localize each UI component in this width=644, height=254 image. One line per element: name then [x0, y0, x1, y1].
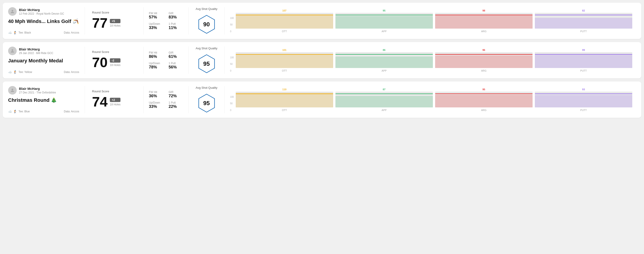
- score-badge: +5: [110, 19, 120, 23]
- round-title: 40 Mph Winds... Links Golf 🪃: [8, 18, 79, 24]
- score-badge: -2: [110, 58, 120, 63]
- chart-y-axis: 100 50 0: [230, 17, 234, 33]
- hexagon: 95: [196, 54, 217, 74]
- data-source: Data: Arccos: [64, 31, 79, 34]
- bag-icon: 🏌️: [13, 31, 17, 34]
- chart-y-axis: 100 50 0: [230, 56, 234, 72]
- avatar: [8, 86, 17, 95]
- updown-stat: Up/Down 33%: [149, 101, 163, 109]
- chart-bars: 107 OTT 95 APP 98 ARG 82: [236, 9, 632, 33]
- score-row: 74 +2 18 Holes: [92, 95, 136, 109]
- player-meta: 27 Dec 2021 · The Oxfordshire: [19, 91, 56, 94]
- weather-icon: ☁️: [8, 31, 12, 34]
- chart-column-app: 86 APP: [336, 49, 433, 72]
- fw-hit-stat: FW Hit 86%: [149, 51, 163, 59]
- card-chart: 100 50 0 101 OTT 86 APP 96: [225, 47, 636, 74]
- bar-wrapper: [236, 92, 333, 107]
- card-chart: 100 50 0 110 OTT 87 APP 95: [225, 86, 636, 113]
- bag-icon: 🏌️: [13, 70, 17, 74]
- round-title: Christmas Round 🎄: [8, 97, 79, 103]
- hexagon: 95: [196, 93, 217, 113]
- player-name: Blair McHarg: [19, 8, 64, 12]
- player-meta: 12 Feb 2022 · Royal North Devon GC: [19, 12, 64, 15]
- chart-column-app: 87 APP: [336, 88, 433, 112]
- bar-wrapper: [435, 92, 532, 107]
- oneputt-stat: 1 Putt 11%: [169, 22, 183, 30]
- svg-point-0: [12, 10, 13, 11]
- avatar: [8, 7, 17, 16]
- quality-score: 95: [203, 100, 210, 107]
- chart-column-arg: 98 ARG: [435, 9, 532, 33]
- card-stats: FW Hit 36% GIR 72% Up/Down 33% 1 Putt 22…: [144, 86, 188, 113]
- chart-column-ott: 107 OTT: [236, 9, 333, 33]
- tee-label: Tee: Black: [18, 31, 31, 34]
- oneputt-stat: 1 Putt 22%: [169, 101, 183, 109]
- score-badge: +2: [110, 98, 120, 102]
- bar-wrapper: [535, 13, 632, 29]
- score-number: 70: [92, 55, 108, 69]
- tee-label: Tee: Yellow: [18, 70, 32, 74]
- chart-y-axis: 100 50 0: [230, 96, 234, 112]
- card-left: Blair McHarg 12 Feb 2022 · Royal North D…: [8, 7, 85, 34]
- card-middle: Round Score 77 +5 18 Holes: [85, 7, 144, 34]
- gir-stat: GIR 61%: [169, 51, 183, 59]
- round-card-round1: Blair McHarg 12 Feb 2022 · Royal North D…: [3, 3, 641, 39]
- chart-column-ott: 110 OTT: [236, 88, 333, 112]
- round-title: January Monthly Medal: [8, 58, 79, 64]
- score-row: 70 -2 18 Holes: [92, 55, 136, 69]
- updown-stat: Up/Down 78%: [149, 62, 163, 70]
- bar-wrapper: [435, 52, 532, 68]
- round-card-round3: Blair McHarg 27 Dec 2021 · The Oxfordshi…: [3, 82, 641, 118]
- gir-stat: GIR 83%: [169, 12, 183, 20]
- card-middle: Round Score 70 -2 18 Holes: [85, 47, 144, 74]
- chart-column-putt: 99 PUTT: [535, 49, 632, 72]
- fw-hit-stat: FW Hit 57%: [149, 12, 163, 20]
- card-quality: Avg Shot Quality 90: [188, 7, 225, 34]
- player-name: Blair McHarg: [19, 87, 56, 91]
- score-number: 74: [92, 95, 108, 109]
- holes-label: 18 Holes: [110, 103, 120, 106]
- hexagon: 90: [196, 14, 217, 34]
- chart-bars: 101 OTT 86 APP 96 ARG 99: [236, 49, 632, 72]
- avg-quality-label: Avg Shot Quality: [196, 86, 218, 89]
- round-score-label: Round Score: [92, 11, 136, 14]
- data-source: Data: Arccos: [64, 70, 79, 74]
- stats-grid: FW Hit 86% GIR 61% Up/Down 78% 1 Putt 56…: [149, 51, 183, 70]
- bar-wrapper: [435, 13, 532, 29]
- tee-info: ☁️ 🏌️ Tee: Black Data: Arccos: [8, 31, 79, 34]
- tee-label: Tee: Blue: [18, 110, 30, 113]
- player-header: Blair McHarg 12 Feb 2022 · Royal North D…: [8, 7, 79, 16]
- card-left: Blair McHarg 27 Dec 2021 · The Oxfordshi…: [8, 86, 85, 113]
- score-number: 77: [92, 16, 108, 30]
- player-header: Blair McHarg 29 Jan 2022 · Mill Ride GCC: [8, 47, 79, 55]
- svg-point-2: [12, 49, 13, 51]
- bar-wrapper: [535, 52, 632, 68]
- card-left: Blair McHarg 29 Jan 2022 · Mill Ride GCC…: [8, 47, 85, 74]
- stats-grid: FW Hit 36% GIR 72% Up/Down 33% 1 Putt 22…: [149, 91, 183, 109]
- bar-wrapper: [336, 52, 433, 68]
- quality-score: 95: [203, 60, 210, 67]
- data-source: Data: Arccos: [64, 110, 79, 113]
- bar-wrapper: [535, 92, 632, 107]
- avatar: [8, 47, 17, 55]
- chart-column-arg: 95 ARG: [435, 88, 532, 112]
- card-quality: Avg Shot Quality 95: [188, 47, 225, 74]
- chart-bars: 110 OTT 87 APP 95 ARG 93: [236, 88, 632, 112]
- card-stats: FW Hit 86% GIR 61% Up/Down 78% 1 Putt 56…: [144, 47, 188, 74]
- avg-quality-label: Avg Shot Quality: [196, 47, 218, 50]
- score-row: 77 +5 18 Holes: [92, 16, 136, 30]
- bar-wrapper: [236, 13, 333, 29]
- holes-label: 18 Holes: [110, 64, 120, 67]
- chart-column-app: 95 APP: [336, 9, 433, 33]
- player-meta: 29 Jan 2022 · Mill Ride GCC: [19, 52, 53, 55]
- bar-wrapper: [336, 92, 433, 107]
- round-score-label: Round Score: [92, 90, 136, 93]
- bag-icon: 🏌️: [13, 110, 17, 113]
- card-quality: Avg Shot Quality 95: [188, 86, 225, 113]
- weather-icon: ☁️: [8, 70, 12, 74]
- bar-wrapper: [236, 52, 333, 68]
- round-score-label: Round Score: [92, 50, 136, 54]
- chart-column-arg: 96 ARG: [435, 49, 532, 72]
- svg-point-4: [12, 89, 13, 90]
- card-chart: 100 50 0 107 OTT 95 APP 98: [225, 7, 636, 34]
